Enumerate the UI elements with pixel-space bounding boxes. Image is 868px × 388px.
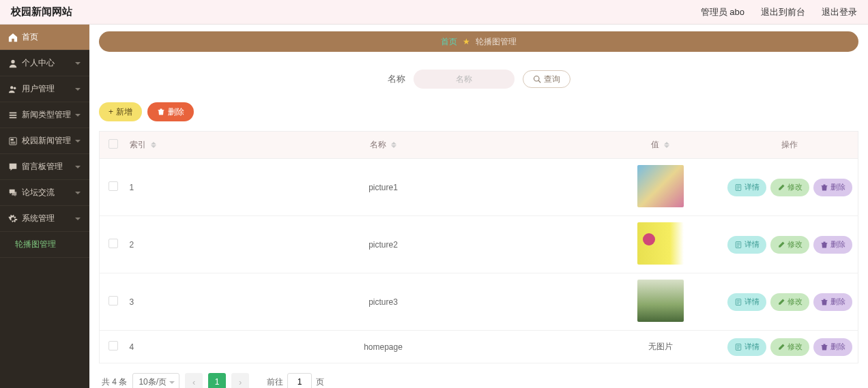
delete-button[interactable]: 删除 [147,102,194,121]
svg-rect-3 [10,112,17,113]
row-index: 4 [127,331,168,363]
row-checkbox[interactable] [108,341,118,350]
add-button-label: 新增 [116,106,132,118]
edit-button[interactable]: 修改 [770,179,809,196]
header-name[interactable]: 名称 [168,132,599,159]
sidebar-item-label: 首页 [22,31,38,43]
detail-button[interactable]: 详情 [727,338,766,356]
thumbnail-image[interactable] [637,165,684,207]
sidebar-item-campus-news[interactable]: 校园新闻管理 [0,128,89,154]
message-icon [8,162,18,172]
sort-icon [151,142,156,148]
sidebar-item-users[interactable]: 用户管理 [0,76,89,102]
row-index: 2 [127,216,168,273]
search-label: 名称 [388,73,405,85]
edit-button[interactable]: 修改 [770,236,809,254]
main-content: 首页 ★ 轮播图管理 名称 查询 + 新增 删除 [89,25,868,388]
sidebar-item-forum[interactable]: 论坛交流 [0,180,89,206]
sidebar-item-label: 系统管理 [22,213,55,224]
detail-button[interactable]: 详情 [727,236,766,254]
header-right: 管理员 abo 退出到前台 退出登录 [701,6,857,18]
chevron-down-icon [74,138,81,145]
prev-page-button[interactable]: ‹ [185,373,203,388]
sidebar-item-profile[interactable]: 个人中心 [0,50,89,76]
search-input[interactable] [414,70,515,89]
svg-point-10 [534,76,539,82]
select-all-checkbox[interactable] [108,139,118,149]
delete-button-label: 删除 [168,106,184,118]
chevron-down-icon [74,112,81,119]
row-name: picture1 [168,159,599,216]
header-ops: 操作 [722,132,858,159]
detail-button[interactable]: 详情 [727,293,766,311]
sort-icon [391,142,396,148]
svg-point-0 [11,59,14,63]
goto-frontend-link[interactable]: 退出到前台 [761,6,805,18]
chevron-down-icon [74,164,81,170]
row-ops: 详情修改删除 [722,159,858,216]
svg-rect-7 [11,138,14,140]
sidebar-item-news-type[interactable]: 新闻类型管理 [0,102,89,128]
sidebar-item-message-board[interactable]: 留言板管理 [0,154,89,180]
sidebar: 首页 个人中心 用户管理 新闻类型管理 校园新闻管理 留言板管理 [0,25,89,388]
svg-rect-8 [11,141,16,142]
edit-button[interactable]: 修改 [770,338,809,356]
breadcrumb-home[interactable]: 首页 [441,36,457,48]
sidebar-item-system[interactable]: 系统管理 [0,206,89,232]
thumbnail-image[interactable] [637,280,684,322]
row-checkbox[interactable] [108,296,118,305]
edit-icon [777,298,785,306]
row-checkbox[interactable] [108,181,118,191]
chevron-down-icon [74,86,81,93]
row-name: homepage [168,331,599,363]
doc-icon [734,241,742,249]
sort-icon [664,142,669,148]
thumbnail-image[interactable] [637,222,684,265]
table-row: 1picture1详情修改删除 [100,159,858,216]
row-delete-button[interactable]: 删除 [813,293,852,311]
row-delete-button[interactable]: 删除 [813,179,852,196]
header-value[interactable]: 值 [599,132,722,159]
row-value [599,273,722,331]
row-ops: 详情修改删除 [722,273,858,331]
page-size-select[interactable]: 10条/页 [132,373,179,388]
chevron-down-icon [74,60,81,67]
trash-icon [820,343,828,351]
admin-label[interactable]: 管理员 abo [701,6,744,18]
row-value: 无图片 [599,331,722,363]
gear-icon [8,214,18,224]
row-checkbox[interactable] [108,239,118,248]
row-index: 1 [127,159,168,216]
table-row: 4homepage无图片详情修改删除 [100,331,858,363]
row-delete-button[interactable]: 删除 [813,338,852,356]
edit-button[interactable]: 修改 [770,293,809,311]
header: 校园新闻网站 管理员 abo 退出到前台 退出登录 [0,0,868,25]
page-number-button[interactable]: 1 [208,373,226,388]
search-button-label: 查询 [544,74,560,85]
sidebar-subitem-carousel[interactable]: 轮播图管理 [0,232,89,258]
doc-icon [734,343,742,351]
svg-point-1 [10,86,13,89]
users-icon [8,85,18,94]
next-page-button[interactable]: › [231,373,249,388]
header-index[interactable]: 索引 [127,132,168,159]
search-button[interactable]: 查询 [523,70,570,88]
user-icon [8,59,18,68]
logout-link[interactable]: 退出登录 [822,6,857,18]
svg-rect-5 [10,117,17,118]
sidebar-item-home[interactable]: 首页 [0,25,89,50]
breadcrumb-current: 轮播图管理 [476,36,517,48]
total-label: 共 4 条 [102,376,127,388]
toolbar: + 新增 删除 [99,102,858,121]
goto-input[interactable] [287,373,312,388]
svg-rect-9 [11,143,16,143]
sidebar-item-label: 用户管理 [22,83,55,95]
add-button[interactable]: + 新增 [99,102,142,121]
detail-button[interactable]: 详情 [727,179,766,196]
row-delete-button[interactable]: 删除 [813,236,852,254]
svg-point-2 [14,87,16,89]
trash-icon [820,298,828,306]
list-icon [8,110,18,120]
forum-icon [8,188,18,198]
edit-icon [777,241,785,249]
